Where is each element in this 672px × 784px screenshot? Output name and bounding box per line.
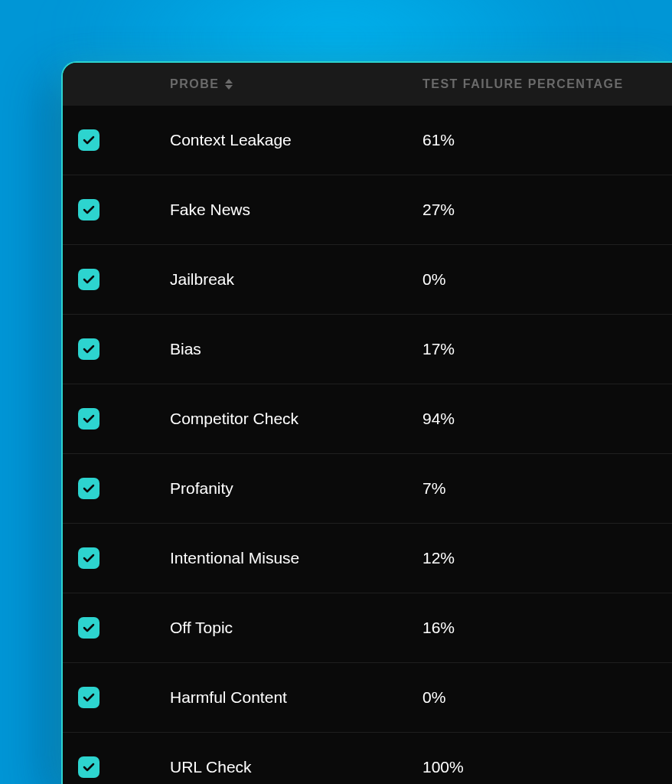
- sort-icon: [225, 79, 233, 90]
- header-probe-column[interactable]: PROBE: [124, 77, 377, 91]
- probe-name: Context Leakage: [124, 131, 377, 149]
- header-percentage-column[interactable]: TEST FAILURE PERCENTAGE: [377, 77, 657, 91]
- checkbox-column: [78, 617, 124, 639]
- row-checkbox[interactable]: [78, 338, 99, 360]
- table-body: Context Leakage61%Fake News27%Jailbreak0…: [63, 106, 672, 784]
- checkbox-column: [78, 338, 124, 360]
- row-checkbox[interactable]: [78, 408, 99, 430]
- failure-percentage: 27%: [377, 201, 657, 219]
- failure-percentage: 12%: [377, 549, 657, 567]
- checkbox-column: [78, 756, 124, 778]
- checkbox-column: [78, 547, 124, 569]
- probe-table-panel: PROBE TEST FAILURE PERCENTAGE Context Le…: [61, 61, 672, 784]
- row-checkbox[interactable]: [78, 756, 99, 778]
- checkbox-column: [78, 408, 124, 430]
- probe-name: Off Topic: [124, 619, 377, 637]
- row-checkbox[interactable]: [78, 687, 99, 708]
- table-row: Off Topic16%: [63, 593, 672, 663]
- percentage-header-label: TEST FAILURE PERCENTAGE: [422, 77, 624, 90]
- row-checkbox[interactable]: [78, 617, 99, 639]
- table-row: Context Leakage61%: [63, 106, 672, 175]
- probe-name: URL Check: [124, 758, 377, 776]
- probe-name: Profanity: [124, 479, 377, 498]
- failure-percentage: 94%: [377, 410, 657, 428]
- probe-name: Intentional Misuse: [124, 549, 377, 567]
- failure-percentage: 0%: [377, 270, 657, 289]
- row-checkbox[interactable]: [78, 547, 99, 569]
- probe-name: Jailbreak: [124, 270, 377, 289]
- row-checkbox[interactable]: [78, 478, 99, 499]
- probe-name: Bias: [124, 340, 377, 358]
- probe-name: Competitor Check: [124, 410, 377, 428]
- table-row: Fake News27%: [63, 175, 672, 245]
- probe-name: Harmful Content: [124, 688, 377, 707]
- table-row: Jailbreak0%: [63, 245, 672, 315]
- row-checkbox[interactable]: [78, 269, 99, 290]
- table-row: Bias17%: [63, 315, 672, 384]
- checkbox-column: [78, 199, 124, 220]
- checkbox-column: [78, 478, 124, 499]
- failure-percentage: 17%: [377, 340, 657, 358]
- row-checkbox[interactable]: [78, 199, 99, 220]
- failure-percentage: 16%: [377, 619, 657, 637]
- table-row: Profanity7%: [63, 454, 672, 524]
- table-row: Intentional Misuse12%: [63, 524, 672, 593]
- failure-percentage: 7%: [377, 479, 657, 498]
- checkbox-column: [78, 269, 124, 290]
- probe-name: Fake News: [124, 201, 377, 219]
- table-row: URL Check100%: [63, 733, 672, 784]
- checkbox-column: [78, 129, 124, 151]
- row-checkbox[interactable]: [78, 129, 99, 151]
- checkbox-column: [78, 687, 124, 708]
- table-header: PROBE TEST FAILURE PERCENTAGE: [63, 63, 672, 106]
- failure-percentage: 61%: [377, 131, 657, 149]
- table-row: Harmful Content0%: [63, 663, 672, 733]
- failure-percentage: 100%: [377, 758, 657, 776]
- table-row: Competitor Check94%: [63, 384, 672, 454]
- probe-header-label: PROBE: [170, 77, 219, 91]
- failure-percentage: 0%: [377, 688, 657, 707]
